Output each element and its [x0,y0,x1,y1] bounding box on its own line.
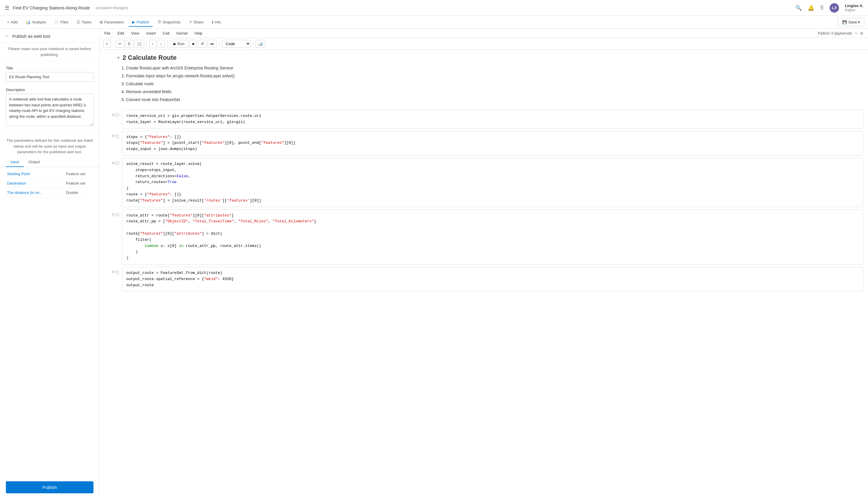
cell-prompt-5: In [ ]: [104,267,122,274]
menu-help[interactable]: Help [195,31,203,36]
unsaved-badge: (unsaved changes) [96,5,128,10]
menu-file[interactable]: File [104,31,111,36]
param-distance[interactable]: The distance (in mi... [7,191,62,195]
menu-view[interactable]: View [131,31,139,36]
title-input[interactable] [6,72,93,82]
nav-analysis[interactable]: 📊 Analysis [22,18,50,27]
nav-snapshots[interactable]: ⏱ Snapshots [154,18,184,27]
nav-files[interactable]: 📄 Files [51,18,72,27]
jupyter-toolbar: + ✂ ⎘ ⬜ ↑ ↓ ▶ Run ■ ↺ ⏭ Code Markdown Ra… [100,38,868,50]
restart-run-button[interactable]: ⏭ [208,40,217,48]
avatar[interactable]: LX [830,3,839,13]
menu-edit[interactable]: Edit [117,31,124,36]
kernel-status-icon: ○ [855,31,857,36]
description-label: Description [6,88,93,92]
panel-title: Publish as web tool [12,34,50,39]
code-block-2: stops = {"features": []} stops["features… [122,131,863,155]
restart-button[interactable]: ↺ [198,40,207,48]
param-row: The distance (in mi... Double [6,188,93,197]
run-icon: ▶ [173,42,177,46]
main-layout: ← Publish as web tool Please make sure y… [0,29,868,498]
list-item: Create RouteLayer with ArcGIS Enterprise… [126,65,862,71]
params-table: Starting Point Feature set Destination F… [0,167,99,202]
apps-grid-icon[interactable]: ⠿ [820,5,824,11]
cell-content-1[interactable]: route_service_url = gis.properties.helpe… [122,110,863,129]
menu-icon[interactable]: ☰ [5,5,9,11]
add-cell-button[interactable]: + [103,40,111,48]
user-name: Lingtao X. [845,3,863,8]
params-notice: The parameters defined for this notebook… [0,134,99,157]
title-label: Title [6,66,93,70]
paste-button[interactable]: ⬜ [134,40,144,48]
cut-button[interactable]: ✂ [116,40,124,48]
code-cell-2: In [ ]: stops = {"features": []} stops["… [100,130,868,157]
cell-prompt-4: In [ ]: [104,209,122,217]
publish-button[interactable]: Publish [6,481,93,493]
description-input[interactable]: A notebook web tool that calculates a ro… [6,94,93,126]
add-icon: + [7,20,9,24]
cell-content-4[interactable]: route_attr = route["features"][0]["attri… [122,209,863,264]
nav-add[interactable]: + Add [3,18,21,27]
cell-type-select[interactable]: Code Markdown Raw [222,40,250,48]
analysis-icon: 📊 [26,20,30,24]
nav-parameters[interactable]: ⊞ Parameters [96,18,128,27]
tasks-icon: ☑ [77,20,80,24]
panel-header: ← Publish as web tool [0,29,99,42]
description-section: Description A notebook web tool that cal… [0,87,99,132]
list-item: Remove unneeded fields [126,89,862,95]
code-cell-1: In [ ]: route_service_url = gis.properti… [100,109,868,130]
stop-button[interactable]: ■ [189,40,197,48]
back-button[interactable]: ← [5,34,9,39]
chart-button[interactable]: 📊 [256,40,265,48]
notification-icon[interactable]: 🔔 [808,5,814,11]
run-button[interactable]: ▶ Run [170,40,189,48]
menu-cell[interactable]: Cell [163,31,169,36]
cell-content-3[interactable]: solve_result = route_layer.solve( stops=… [122,158,863,207]
tab-output[interactable]: Output [24,157,44,167]
cell-content-2[interactable]: stops = {"features": []} stops["features… [122,131,863,156]
code-block-4: route_attr = route["features"][0]["attri… [122,210,863,264]
notebook-title: Find EV Charging Stations Along Route [13,5,90,10]
panel-notice: Please make sure your notebook is saved … [0,42,99,61]
nav-share[interactable]: ↗ Share [185,18,207,27]
param-starting-point[interactable]: Starting Point [7,172,62,176]
kernel-info: Python 3 (ipykernel) ○ ⊘ [818,31,863,36]
nav-info[interactable]: ℹ Info [208,18,225,27]
share-icon: ↗ [189,20,192,24]
nav-publish[interactable]: ▶ Publish [129,18,153,27]
copy-button[interactable]: ⎘ [126,40,133,48]
toolbar-divider-2 [146,40,147,48]
param-row: Destination Feature set [6,179,93,188]
toolbar-divider-4 [219,40,220,48]
menu-kernel[interactable]: Kernel [177,31,187,36]
toolbar-divider-3 [167,40,167,48]
top-bar-right: 🔍 🔔 ⠿ LX Lingtao X. lingtao [795,3,863,13]
search-icon[interactable]: 🔍 [795,5,802,11]
param-row: Starting Point Feature set [6,169,93,179]
notebook-panel: File Edit View Insert Cell Kernel Help P… [100,29,868,498]
files-icon: 📄 [54,20,59,24]
code-block-1: route_service_url = gis.properties.helpe… [122,110,863,128]
nav-tasks[interactable]: ☑ Tasks [73,18,95,27]
collapse-button[interactable]: ▾ [117,55,119,61]
list-item: Calculate route [126,81,862,87]
save-icon: 💾 [842,20,847,24]
param-distance-type: Double [66,191,92,195]
params-tabs: Input Output [0,157,99,167]
section-steps: Create RouteLayer with ArcGIS Enterprise… [117,65,862,103]
publish-icon: ▶ [132,20,135,24]
cell-content-5[interactable]: output_route = FeatureSet.from_dict(rout… [122,267,863,291]
param-destination[interactable]: Destination [7,181,62,185]
markdown-cell: ▾ 2 Calculate Route Create RouteLayer wi… [100,51,868,107]
cell-prompt-3: In [ ]: [104,158,122,165]
tab-input[interactable]: Input [6,157,24,167]
left-panel: ← Publish as web tool Please make sure y… [0,29,100,498]
move-up-button[interactable]: ↑ [149,40,156,48]
menu-insert[interactable]: Insert [146,31,156,36]
param-destination-type: Feature set [66,181,92,185]
title-section: Title [0,61,99,87]
user-info: Lingtao X. lingtao [845,3,863,12]
snapshots-icon: ⏱ [157,20,161,24]
save-button[interactable]: 💾 Save ▾ [838,18,865,26]
move-down-button[interactable]: ↓ [157,40,165,48]
